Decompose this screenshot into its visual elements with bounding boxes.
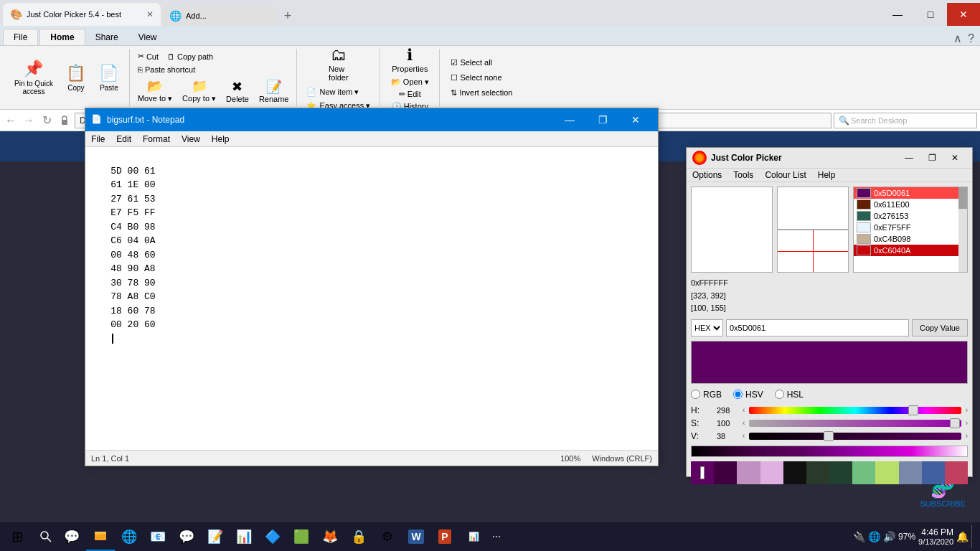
cp-palette-8[interactable] — [875, 461, 898, 484]
cp-h-slider[interactable] — [749, 407, 961, 414]
start-button[interactable]: ⊞ — [0, 522, 34, 551]
cp-palette-11[interactable] — [945, 461, 968, 484]
cp-hsv-radio-label[interactable]: HSV — [733, 390, 763, 400]
taskbar-overflow[interactable]: ⋯ — [488, 522, 505, 551]
taskbar-battery[interactable]: 97% — [898, 532, 915, 542]
cp-restore[interactable]: ❐ — [920, 148, 943, 168]
cp-palette-7[interactable] — [852, 461, 875, 484]
taskbar-app-settings[interactable]: ⚙ — [373, 522, 402, 551]
refresh-button[interactable]: ↻ — [39, 113, 55, 128]
notepad-close[interactable]: ✕ — [619, 108, 652, 131]
properties-button[interactable]: ℹ Properties — [386, 43, 433, 76]
copy-button[interactable]: 📋 Copy — [60, 61, 92, 95]
notepad-minimize[interactable]: — — [553, 108, 586, 131]
taskbar-app-word2[interactable]: W — [402, 522, 430, 551]
cp-copy-value-btn[interactable]: Copy Value — [912, 319, 968, 336]
notepad-menu-file[interactable]: File — [85, 131, 110, 146]
notepad-menu-view[interactable]: View — [176, 131, 206, 146]
copy-path-button[interactable]: 🗒 Copy path — [164, 51, 217, 62]
cp-hsv-radio[interactable] — [733, 390, 743, 399]
notepad-content[interactable]: 5D 00 61 61 1E 00 27 61 53 E7 F5 FF C4 B… — [85, 147, 658, 450]
notepad-menu-edit[interactable]: Edit — [110, 131, 137, 146]
cp-color-item-5[interactable]: 0xC6040A — [854, 245, 967, 256]
cp-color-item-4[interactable]: 0xC4B098 — [854, 233, 967, 245]
cp-hsl-radio[interactable] — [775, 390, 784, 399]
taskbar-app-ie[interactable]: 🔷 — [258, 522, 287, 551]
cp-palette-3[interactable] — [760, 461, 783, 484]
add-tab-button[interactable]: + — [277, 6, 298, 26]
cp-v-slider[interactable] — [749, 433, 961, 440]
show-desktop-btn[interactable] — [971, 525, 974, 548]
cp-palette-0[interactable] — [691, 461, 714, 484]
cp-s-slider[interactable] — [749, 420, 961, 427]
taskbar-app-green[interactable]: 🟩 — [287, 522, 316, 551]
browser-tab-1[interactable]: 🎨 Just Color Picker 5.4 - best ✕ — [3, 3, 161, 26]
cp-h-thumb[interactable] — [908, 405, 918, 415]
notepad-restore[interactable]: ❐ — [586, 108, 619, 131]
cp-hex-input[interactable] — [726, 319, 909, 336]
taskbar-app-explorer[interactable] — [86, 522, 115, 551]
taskbar-app-mail[interactable]: 📧 — [143, 522, 172, 551]
cp-palette-6[interactable] — [829, 461, 852, 484]
ribbon-tab-file[interactable]: File — [3, 29, 38, 45]
select-all-button[interactable]: ☑ Select all — [447, 57, 516, 69]
taskbar-app-firefox[interactable]: 🦊 — [316, 522, 344, 551]
edit-button[interactable]: ✏ Edit — [395, 88, 425, 100]
ribbon-tab-share[interactable]: Share — [85, 29, 128, 45]
rename-button[interactable]: 📝 Rename — [255, 77, 293, 105]
ribbon-tab-home[interactable]: Home — [39, 29, 85, 45]
cp-menu-tools[interactable]: Tools — [733, 170, 753, 180]
cp-v-right-arrow[interactable]: › — [966, 432, 968, 440]
tab1-close[interactable]: ✕ — [146, 9, 154, 19]
cp-menu-colour-list[interactable]: Colour List — [765, 170, 806, 180]
cp-color-item-3[interactable]: 0xE7F5FF — [854, 222, 967, 233]
taskbar-power-icon[interactable]: 🔌 — [853, 531, 865, 542]
forward-button[interactable]: → — [21, 113, 37, 128]
cp-s-left-arrow[interactable]: ‹ — [743, 419, 745, 427]
cp-scrollbar[interactable] — [958, 187, 967, 272]
open-button[interactable]: 📂 Open ▾ — [387, 76, 433, 88]
cp-palette-9[interactable] — [899, 461, 922, 484]
cp-rgb-radio[interactable] — [691, 390, 700, 399]
cp-rgb-radio-label[interactable]: RGB — [691, 390, 722, 400]
back-button[interactable]: ← — [3, 113, 19, 128]
cp-canvas[interactable] — [691, 187, 773, 273]
cp-v-left-arrow[interactable]: ‹ — [743, 432, 745, 440]
paste-button[interactable]: 📄 Paste — [93, 61, 125, 95]
cp-s-right-arrow[interactable]: › — [966, 419, 968, 427]
cp-palette-1[interactable] — [714, 461, 737, 484]
notepad-menu-help[interactable]: Help — [206, 131, 235, 146]
taskbar-app-word[interactable]: 📝 — [201, 522, 230, 551]
taskbar-app-chrome[interactable]: 🌐 — [115, 522, 143, 551]
cp-h-right-arrow[interactable]: › — [966, 406, 968, 414]
cp-scrollbar-thumb[interactable] — [958, 187, 967, 209]
select-none-button[interactable]: ☐ Select none — [447, 72, 516, 84]
copy-to-button[interactable]: 📁 Copy to ▾ — [179, 77, 220, 105]
cp-menu-help[interactable]: Help — [818, 170, 836, 180]
cp-minimize[interactable]: — — [897, 148, 920, 168]
cp-s-thumb[interactable] — [950, 418, 960, 428]
cp-palette-2[interactable] — [737, 461, 760, 484]
browser-tab-2[interactable]: 🌐 Add... — [162, 6, 277, 26]
taskbar-network-icon[interactable]: 🌐 — [868, 531, 880, 542]
cp-hsl-radio-label[interactable]: HSL — [775, 390, 804, 400]
cp-v-thumb[interactable] — [824, 431, 834, 441]
ribbon-tab-view[interactable]: View — [128, 29, 167, 45]
taskbar-search-button[interactable] — [34, 526, 57, 547]
cp-menu-options[interactable]: Options — [692, 170, 722, 180]
taskbar-app-desktop[interactable]: 📊 — [459, 522, 488, 551]
taskbar-app-lock[interactable]: 🔒 — [344, 522, 373, 551]
minimize-button[interactable]: — — [881, 3, 914, 26]
paste-shortcut-button[interactable]: ⎘ Paste shortcut — [134, 64, 199, 75]
taskbar-volume-icon[interactable]: 🔊 — [883, 531, 895, 542]
close-button[interactable]: ✕ — [947, 3, 980, 26]
taskbar-app-cortana[interactable]: 💬 — [57, 522, 86, 551]
cp-format-select[interactable]: HEX — [691, 319, 723, 336]
maximize-button[interactable]: □ — [914, 3, 947, 26]
cp-color-item-1[interactable]: 0x611E00 — [854, 199, 967, 210]
notepad-menu-format[interactable]: Format — [137, 131, 176, 146]
cp-close[interactable]: ✕ — [943, 148, 966, 168]
move-to-button[interactable]: 📂 Move to ▾ — [134, 77, 176, 105]
cp-palette-5[interactable] — [806, 461, 829, 484]
new-item-button[interactable]: 📄 New item ▾ — [303, 86, 374, 98]
